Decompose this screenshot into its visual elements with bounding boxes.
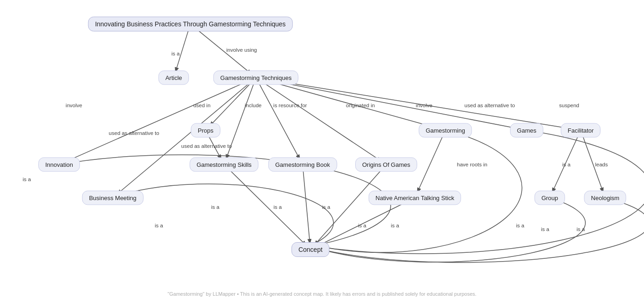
edge-label-gamestorming_skills-concept: is a <box>211 204 219 210</box>
edge-label-gamestorming_techniques-props: used in <box>193 103 210 108</box>
edge-label-gamestorming_techniques-origins_of_games: originated in <box>346 103 375 108</box>
node-title: Innovating Business Practices Through Ga… <box>88 17 293 31</box>
edge-label-gamestorming_techniques-business_meeting: used as alternative to <box>109 130 159 136</box>
edge-label-native_american-concept: is a <box>358 223 366 228</box>
edge-label-games-concept: is a <box>516 223 524 228</box>
edge-label-origins_of_games-concept: is a <box>322 204 330 210</box>
node-article: Article <box>158 71 189 85</box>
node-innovation: Innovation <box>38 158 80 172</box>
edge-label-gamestorming_techniques-facilitator: suspend <box>559 103 579 108</box>
node-origins_of_games: Origins Of Games <box>355 158 417 172</box>
edge-label-title-gamestorming_techniques: involve using <box>226 47 257 53</box>
edge-label-gamestorming_techniques-gamestorming: involve <box>416 103 432 108</box>
edge-label-props-gamestorming_skills: used as alternative to <box>181 143 231 149</box>
edge-label-gamestorming_techniques-gamestorming_book: is resource for <box>273 103 307 108</box>
edge-label-gamestorming_book-concept: is a <box>273 204 282 210</box>
edge-label-business_meeting-concept: is a <box>155 223 163 228</box>
node-neologism: Neologism <box>584 191 626 205</box>
node-gamestorming: Gamestorming <box>419 123 472 138</box>
node-group: Group <box>535 191 565 205</box>
edge-label-innovation-concept: is a <box>23 177 31 182</box>
edge-label-gamestorming-concept: is a <box>391 223 399 228</box>
node-native_american: Native American Talking Stick <box>369 191 461 205</box>
connections-svg <box>0 0 644 305</box>
node-gamestorming_skills: Gamestorming Skills <box>189 158 258 172</box>
edge-label-neologism-concept: is a <box>577 226 585 232</box>
edge-label-facilitator-group: is a <box>562 162 571 167</box>
node-gamestorming_techniques: Gamestorming Techniques <box>213 71 298 85</box>
node-facilitator: Facilitator <box>561 123 601 138</box>
edge-label-gamestorming_techniques-innovation: involve <box>66 103 82 108</box>
edge-label-gamestorming-native_american: have roots in <box>457 162 487 167</box>
edge-label-gamestorming_techniques-gamestorming_skills: include <box>245 103 261 108</box>
edge-label-title-article: is a <box>171 51 180 56</box>
node-props: Props <box>191 123 220 138</box>
node-games: Games <box>510 123 543 138</box>
concept-map: Innovating Business Practices Through Ga… <box>0 0 644 305</box>
footer-text: "Gamestorming" by LLMapper • This is an … <box>168 291 477 297</box>
edge-label-gamestorming_techniques-games: used as alternative to <box>464 103 515 108</box>
node-gamestorming_book: Gamestorming Book <box>268 158 337 172</box>
edge-label-facilitator-neologism: leads <box>595 162 608 167</box>
node-business_meeting: Business Meeting <box>82 191 144 205</box>
edge-label-group-concept: is a <box>541 226 549 232</box>
node-concept: Concept <box>292 242 329 257</box>
